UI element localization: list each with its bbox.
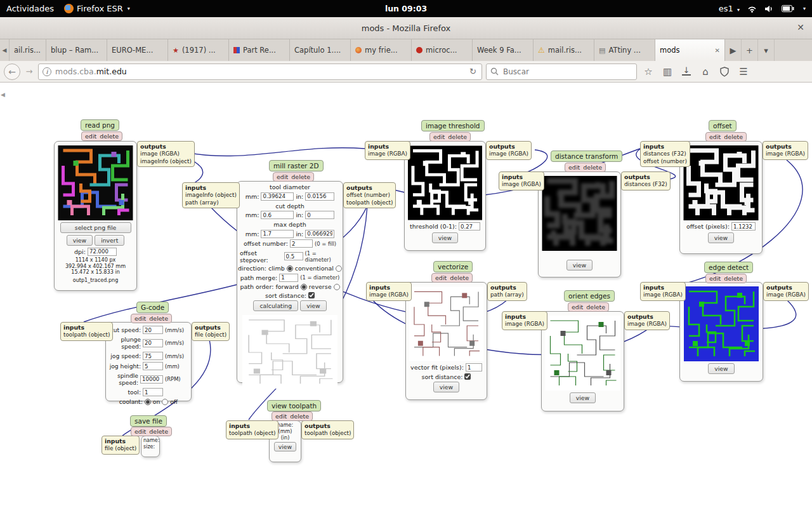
module-panel[interactable]: cut speed:(mm/s) plunge speed:(mm/s) jog… xyxy=(105,322,192,401)
edit-link[interactable]: edit xyxy=(275,413,287,420)
mods-program-canvas[interactable]: ◀ read png edit delete select png file v… xyxy=(0,83,812,508)
view-button[interactable]: view xyxy=(67,235,93,246)
view-button[interactable]: view xyxy=(708,363,734,374)
max-depth-mm-input[interactable] xyxy=(261,230,294,238)
view-button[interactable]: view xyxy=(432,232,458,243)
path-merge-input[interactable] xyxy=(279,274,298,282)
tab[interactable]: Week 9 Fa... xyxy=(473,39,534,61)
app-menu[interactable]: Firefox ESR ▾ xyxy=(64,4,130,13)
module-title[interactable]: read png xyxy=(81,119,119,131)
delete-link[interactable]: delete xyxy=(149,315,168,322)
dpi-input[interactable] xyxy=(88,248,117,256)
module-title[interactable]: orient edges xyxy=(564,290,615,302)
tab[interactable]: Part Re... xyxy=(229,39,290,61)
edit-link[interactable]: edit xyxy=(134,315,146,322)
jog-speed-input[interactable] xyxy=(143,352,163,360)
invert-button[interactable]: invert xyxy=(95,235,124,246)
outputs-tag[interactable]: outputs path (array) xyxy=(487,282,527,301)
tool-diameter-mm-input[interactable] xyxy=(261,192,294,201)
delete-link[interactable]: delete xyxy=(448,133,467,140)
delete-link[interactable]: delete xyxy=(583,164,602,171)
chevron-down-icon[interactable]: ▾ xyxy=(803,6,806,11)
search-input[interactable] xyxy=(502,67,616,77)
threshold-input[interactable] xyxy=(459,222,480,231)
tab[interactable]: ⚠mail.ris... xyxy=(534,39,594,61)
outputs-tag[interactable]: outputs image (RGBA) xyxy=(763,141,808,160)
inputs-tag[interactable]: inputs imageInfo (object) path (array) xyxy=(182,182,240,208)
tab-scroll-left-icon[interactable]: ◀ xyxy=(0,39,10,61)
delete-link[interactable]: delete xyxy=(290,413,309,420)
inputs-tag[interactable]: inputs distances (F32) offset (number) xyxy=(640,141,690,167)
tab[interactable]: ail.ris... xyxy=(10,39,46,61)
edit-link[interactable]: edit xyxy=(85,133,96,140)
delete-link[interactable]: delete xyxy=(724,275,743,282)
scroll-left-hint-icon[interactable]: ◀ xyxy=(1,91,5,98)
delete-link[interactable]: delete xyxy=(724,133,743,140)
menu-hamburger-icon[interactable]: ☰ xyxy=(736,66,751,77)
edit-link[interactable]: edit xyxy=(709,275,721,282)
max-depth-in-input[interactable] xyxy=(305,230,334,238)
inputs-tag[interactable]: inputs image (RGBA) xyxy=(499,171,544,190)
view-button[interactable]: view xyxy=(570,392,596,403)
module-title[interactable]: offset xyxy=(709,120,737,131)
view-button[interactable]: view xyxy=(274,442,296,451)
inputs-tag[interactable]: inputs image (RGBA) xyxy=(640,282,686,301)
delete-link[interactable]: delete xyxy=(291,173,310,180)
tab[interactable]: blup – Ram... xyxy=(46,39,107,61)
module-panel[interactable]: offset (pixels): view xyxy=(679,141,763,254)
tab[interactable]: my frie... xyxy=(351,39,412,61)
delete-link[interactable]: delete xyxy=(586,304,605,311)
inputs-tag[interactable]: inputs file (object) xyxy=(102,436,140,455)
delete-link[interactable]: delete xyxy=(450,274,469,281)
cut-depth-in-input[interactable] xyxy=(305,211,334,219)
module-panel[interactable]: view xyxy=(538,171,621,277)
tab-mods-active[interactable]: mods✕ xyxy=(655,39,725,61)
module-panel[interactable]: view xyxy=(679,282,763,382)
delete-link[interactable]: delete xyxy=(149,428,168,435)
inputs-tag[interactable]: inputs image (RGBA) xyxy=(366,282,412,301)
inputs-tag[interactable]: inputs image (RGBA) xyxy=(365,141,410,160)
view-button[interactable]: view xyxy=(433,382,459,392)
sort-distance-checkbox[interactable] xyxy=(464,373,471,380)
module-panel[interactable]: tool diameter mm: in: cut depth mm: in: … xyxy=(237,181,343,383)
coolant-off-radio[interactable] xyxy=(162,399,168,405)
bookmarks-panel-icon[interactable]: ▥ xyxy=(660,66,675,77)
coolant-on-radio[interactable] xyxy=(145,399,151,405)
outputs-tag[interactable]: outputs file (object) xyxy=(192,322,230,341)
edit-link[interactable]: edit xyxy=(433,133,445,140)
plunge-speed-input[interactable] xyxy=(143,339,163,347)
cut-depth-mm-input[interactable] xyxy=(261,211,294,219)
module-title[interactable]: edge detect xyxy=(704,262,753,273)
window-close-icon[interactable]: ✕ xyxy=(797,22,804,32)
outputs-tag[interactable]: outputs image (RGBA) xyxy=(624,311,670,330)
edit-link[interactable]: edit xyxy=(568,164,580,171)
path-order-reverse-radio[interactable] xyxy=(334,284,340,290)
inputs-tag[interactable]: inputs toolpath (object) xyxy=(60,322,113,341)
module-panel[interactable]: view xyxy=(541,311,624,411)
module-title[interactable]: save file xyxy=(130,415,167,427)
outputs-tag[interactable]: outputs toolpath (object) xyxy=(301,420,354,439)
edit-link[interactable]: edit xyxy=(572,304,583,311)
inputs-tag[interactable]: inputs image (RGBA) xyxy=(502,311,547,330)
home-icon[interactable]: ⌂ xyxy=(698,66,713,77)
direction-climb-radio[interactable] xyxy=(287,265,293,272)
offset-stepover-input[interactable] xyxy=(284,252,303,260)
tab-close-icon[interactable]: ✕ xyxy=(715,47,720,54)
view-button[interactable]: view xyxy=(300,300,326,311)
edit-link[interactable]: edit xyxy=(134,428,146,435)
module-panel[interactable]: threshold (0-1): view xyxy=(404,141,486,251)
tool-input[interactable] xyxy=(143,388,163,396)
edit-link[interactable]: edit xyxy=(709,133,721,140)
window-title-bar[interactable]: mods - Mozilla Firefox ✕ xyxy=(0,17,812,39)
search-bar[interactable] xyxy=(486,64,637,80)
shield-icon[interactable] xyxy=(719,66,730,77)
calculating-button[interactable]: calculating xyxy=(253,300,298,311)
outputs-tag[interactable]: outputs distances (F32) xyxy=(621,171,671,190)
module-panel[interactable]: vector fit (pixels): sort distance: view xyxy=(405,282,487,400)
edit-link[interactable]: edit xyxy=(435,274,447,281)
tab-scroll-right-icon[interactable]: ▶ xyxy=(725,39,742,61)
module-title[interactable]: distance transform xyxy=(551,150,622,162)
tool-diameter-in-input[interactable] xyxy=(305,192,334,201)
path-order-forward-radio[interactable] xyxy=(301,284,307,290)
back-button[interactable]: ← xyxy=(4,64,20,80)
